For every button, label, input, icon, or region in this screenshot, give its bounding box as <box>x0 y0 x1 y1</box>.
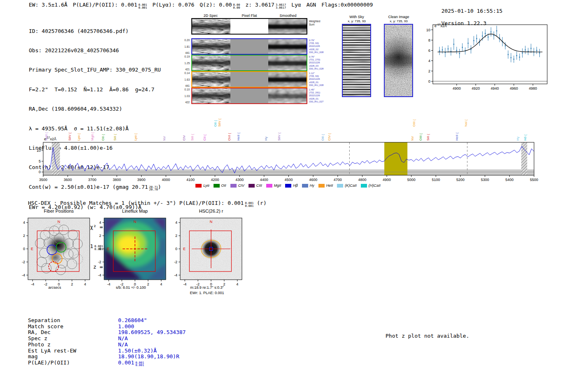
legend-item: HeII <box>318 183 333 188</box>
info-line-slot: Primary Spec_Slot_IFU_AMP: 330_092_075_R… <box>29 67 161 73</box>
row-pixelflat-image <box>230 72 269 87</box>
line-fit-svg: 490049204940496049800246810 <box>420 19 551 98</box>
svg-text:3700: 3700 <box>88 178 96 182</box>
legend-item: CIV <box>230 183 244 188</box>
match-value: 0.268604" <box>118 318 147 324</box>
spec2d-row-stats: 0.10 1.03 422 <box>181 88 190 104</box>
svg-text:4400: 4400 <box>260 178 268 182</box>
spectrum-units-label: e-17x2Å <box>44 136 56 141</box>
legend-label: (K)CaII <box>345 183 357 188</box>
header-plae: P(LAE)/P(OII): 0.0010.0010.001 <box>73 2 147 9</box>
clean-image <box>384 24 413 97</box>
svg-text:4920: 4920 <box>471 86 480 90</box>
match-value: 18.90(18.90,18.90)R <box>118 354 179 360</box>
svg-text:3900: 3900 <box>137 178 146 182</box>
svg-text:N: N <box>58 220 60 224</box>
svg-text:4900: 4900 <box>383 178 391 182</box>
clean-image-coords: x, y: 735, 93 <box>374 19 423 23</box>
header-agn-flag: AGN <box>307 2 316 8</box>
match-row: Match score1.000 <box>28 324 186 330</box>
match-label: Est LyA rest-EW <box>28 348 118 354</box>
spec2d-row-annotation: 1.45"(732, 261)20221226v028_01330_RU_027 <box>309 88 336 103</box>
match-table: Separation0.268604" Match score1.000 RA,… <box>28 318 186 367</box>
svg-text:Hδ {: Hδ { <box>523 135 527 141</box>
weighted-sum-label: Weighted Sum <box>309 20 320 26</box>
hsc-caption-1: m:18.9 re:1.7" s:0.3" <box>168 285 246 290</box>
svg-text:SiII {: SiII { <box>113 134 117 141</box>
row-smoothed-image <box>268 39 307 54</box>
legend-label: Lyα <box>203 183 209 188</box>
line-fit-units-label: e-17x2Å <box>434 23 447 28</box>
weighted-smoothed-image <box>268 19 307 34</box>
svg-text:HeII {: HeII { <box>455 132 459 141</box>
photz-note: Phot z plot not available. <box>386 333 469 339</box>
header-plya: P(Lyα): 0.076 <box>153 2 195 8</box>
legend-swatch <box>337 184 343 188</box>
legend-swatch <box>249 184 255 188</box>
legend-item: CIII <box>249 183 262 188</box>
spec2d-row-stats: 0.14 1.63 441 <box>181 71 190 88</box>
legend-item: Hβ <box>285 183 298 188</box>
svg-text:Hγ: Hγ <box>516 137 520 141</box>
svg-text:-2: -2 <box>98 260 101 264</box>
spectrum-legend: LyαOIICIVCIIIMgIIHβHγHeII(K)CaII(H)CaII <box>41 183 535 188</box>
svg-text:5200: 5200 <box>456 178 465 182</box>
svg-text:-2: -2 <box>22 260 25 264</box>
svg-text:5100: 5100 <box>432 178 440 182</box>
svg-text:-4: -4 <box>22 273 25 277</box>
match-label: Spec z <box>28 336 118 342</box>
header-timestamp: 2025-01-10 16:55:15 <box>441 8 503 14</box>
svg-text:2: 2 <box>175 234 177 238</box>
stat-value: 441 <box>181 84 190 87</box>
stat-value: 441 <box>181 51 190 54</box>
legend-item: Hγ <box>302 183 314 188</box>
row-smoothed-image <box>268 72 307 87</box>
svg-text:OII {: OII { <box>214 120 217 127</box>
svg-text:5400: 5400 <box>505 178 513 182</box>
svg-text:Hγ: Hγ <box>264 137 268 141</box>
legend-label: Hβ <box>293 183 298 188</box>
svg-text:6: 6 <box>428 49 430 53</box>
match-row: Photo zN/A <box>28 342 186 348</box>
row-2dspec-image <box>192 56 230 70</box>
col-header-smoothed: Smoothed <box>269 14 307 18</box>
weighted-sum-strip <box>191 18 307 35</box>
stat-value: 0.20 <box>181 39 190 42</box>
svg-text:0: 0 <box>23 247 25 251</box>
svg-text:OIII {: OIII { <box>412 119 416 127</box>
svg-text:5000: 5000 <box>407 178 416 182</box>
svg-text:0: 0 <box>39 170 41 174</box>
weighted-2dspec-image <box>192 19 230 34</box>
match-plae-uncertainty: 0.0010.001 <box>135 362 144 367</box>
svg-text:4800: 4800 <box>358 178 366 182</box>
info-line-obs: Obs: 20221226v028_4025706346 <box>29 47 161 54</box>
col-header-2dspec: 2D Spec <box>191 14 230 18</box>
svg-text:NaI {: NaI { <box>464 119 468 127</box>
svg-text:2: 2 <box>23 234 25 238</box>
lineflux-caption: s/b: 8.01 +/- 0.100 <box>92 285 170 290</box>
match-row: Est LyA rest-EW1.50(±0.32)Å <box>28 348 186 354</box>
match-row: mag18.90(18.90,18.90)R <box>28 354 186 360</box>
svg-text:4: 4 <box>428 59 430 63</box>
spec2d-row-stats: 0.20 1.81 441 <box>181 38 190 55</box>
svg-text:0: 0 <box>99 247 101 251</box>
header-z: z: 3.06173.06173.0617 <box>245 2 286 9</box>
match-label: P(LAE)/P(OII) <box>28 360 118 367</box>
svg-text:2: 2 <box>428 69 430 73</box>
svg-text:E: E <box>183 247 186 251</box>
plae-uncertainty: 0.0010.001 <box>138 4 147 9</box>
svg-text:E: E <box>107 247 109 251</box>
row-pixelflat-image <box>230 56 269 70</box>
row-smoothed-image <box>268 88 307 103</box>
legend-item: (H)CaII <box>361 183 381 188</box>
lineflux-map-svg: -4-4-2-2002244NE <box>92 215 170 288</box>
legend-label: (H)CaII <box>369 183 381 188</box>
stat-value: 0.19 <box>181 55 190 58</box>
spec2d-row <box>191 88 307 104</box>
legend-item: OII <box>214 183 226 188</box>
stat-value: 1.03 <box>181 95 190 97</box>
svg-text:SiII {: SiII { <box>426 134 430 141</box>
col-header-pixelflat: Pixel Flat <box>230 14 269 18</box>
svg-text:10: 10 <box>426 28 430 32</box>
fiber-xlabel: arcsecs <box>16 285 94 290</box>
